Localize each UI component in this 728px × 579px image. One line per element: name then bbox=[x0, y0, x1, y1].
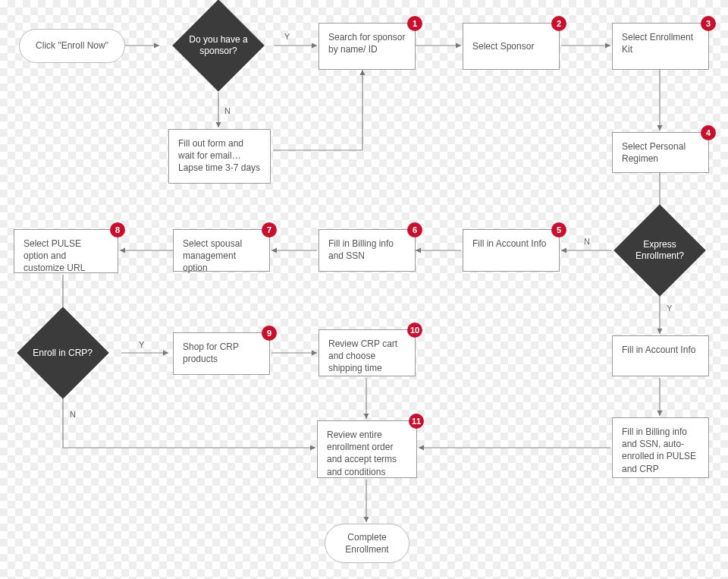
step-4: Select Personal Regimen 4 bbox=[612, 132, 709, 173]
express-account-label: Fill in Account Info bbox=[622, 345, 695, 355]
step-6: Fill in Billing info and SSN 6 bbox=[318, 229, 416, 272]
step-7: Select spousal management option 7 bbox=[173, 229, 270, 272]
step-6-label: Fill in Billing info and SSN bbox=[328, 238, 394, 261]
badge-10: 10 bbox=[407, 323, 422, 338]
step-5-label: Fill in Account Info bbox=[472, 238, 546, 249]
express-billing-box: Fill in Billing info and SSN, auto-enrol… bbox=[612, 417, 709, 478]
badge-2: 2 bbox=[551, 16, 566, 31]
step-11-label: Review entire enrollment order and accep… bbox=[327, 430, 397, 477]
badge-11: 11 bbox=[409, 414, 424, 429]
step-3-label: Select Enrollment Kit bbox=[622, 32, 693, 55]
step-10-label: Review CRP cart and choose shipping time bbox=[328, 338, 397, 373]
decision-sponsor: Do you have a sponsor? bbox=[172, 0, 265, 92]
express-billing-label: Fill in Billing info and SSN, auto-enrol… bbox=[622, 426, 696, 474]
step-1-label: Search for sponsor by name/ ID bbox=[328, 32, 405, 55]
decision-express: Express Enrollment? bbox=[613, 204, 706, 297]
badge-4: 4 bbox=[701, 125, 716, 140]
step-8-label: Select PULSE option and customize URL bbox=[24, 238, 85, 273]
complete-node: Complete Enrollment bbox=[325, 524, 410, 563]
step-10: Review CRP cart and choose shipping time… bbox=[318, 329, 416, 376]
badge-9: 9 bbox=[262, 326, 277, 341]
edge-express-no: N bbox=[584, 237, 590, 246]
badge-7: 7 bbox=[262, 222, 277, 238]
badge-5: 5 bbox=[551, 222, 566, 238]
decision-express-label: Express Enrollment? bbox=[627, 239, 692, 262]
no-sponsor-box: Fill out form and wait for email… Lapse … bbox=[168, 129, 271, 184]
badge-6: 6 bbox=[407, 222, 422, 238]
step-11: Review entire enrollment order and accep… bbox=[317, 420, 417, 478]
edge-crp-no: N bbox=[70, 410, 76, 419]
edge-crp-yes: Y bbox=[139, 340, 144, 349]
decision-sponsor-label: Do you have a sponsor? bbox=[186, 34, 251, 57]
badge-3: 3 bbox=[701, 16, 716, 31]
badge-1: 1 bbox=[407, 16, 422, 31]
edge-express-yes: Y bbox=[667, 304, 672, 313]
step-4-label: Select Personal Regimen bbox=[622, 141, 686, 164]
step-7-label: Select spousal management option bbox=[183, 238, 242, 273]
complete-label: Complete Enrollment bbox=[334, 531, 400, 555]
start-node: Click "Enroll Now" bbox=[19, 29, 125, 63]
edge-sponsor-yes: Y bbox=[284, 32, 290, 41]
edge-sponsor-no: N bbox=[224, 106, 231, 115]
step-8: Select PULSE option and customize URL 8 bbox=[14, 229, 118, 273]
no-sponsor-label: Fill out form and wait for email… Lapse … bbox=[178, 138, 260, 173]
step-3: Select Enrollment Kit 3 bbox=[612, 23, 709, 70]
badge-8: 8 bbox=[110, 222, 125, 238]
step-2: Select Sponsor 2 bbox=[463, 23, 560, 70]
step-2-label: Select Sponsor bbox=[472, 40, 534, 52]
start-label: Click "Enroll Now" bbox=[36, 39, 108, 52]
step-9-label: Shop for CRP products bbox=[183, 341, 239, 364]
decision-crp-label: Enroll in CRP? bbox=[30, 348, 96, 359]
decision-crp: Enroll in CRP? bbox=[17, 307, 109, 399]
express-account-box: Fill in Account Info bbox=[612, 335, 709, 376]
step-9: Shop for CRP products 9 bbox=[173, 332, 270, 375]
step-5: Fill in Account Info 5 bbox=[463, 229, 560, 272]
flow-arrows bbox=[0, 0, 728, 579]
step-1: Search for sponsor by name/ ID 1 bbox=[318, 23, 416, 70]
